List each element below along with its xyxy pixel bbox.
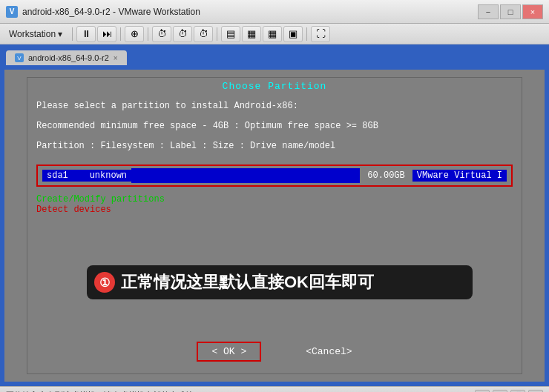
separator-5 — [306, 27, 307, 41]
restore-button[interactable]: □ — [500, 4, 521, 19]
partition-row[interactable]: sda1 unknown 60.00GB VMware Virtual I — [36, 165, 513, 187]
fullscreen-btn[interactable]: ⛶ — [311, 26, 330, 42]
separator-1 — [72, 27, 73, 41]
separator-4 — [217, 27, 217, 41]
detect-devices-link[interactable]: Detect devices — [36, 205, 513, 215]
ok-button[interactable]: < OK > — [211, 346, 246, 357]
separator-2 — [120, 27, 121, 41]
cancel-button[interactable]: <Cancel> — [306, 346, 352, 357]
vm-tab-icon: V — [15, 53, 24, 62]
ok-button-wrapper[interactable]: < OK > — [197, 342, 261, 362]
status-bar: 要将输入定向到该虚拟机，请在虚拟机内部单击或按 Ctrl+G。 ⌨ 🖧 🔊 ⚙ — [0, 386, 549, 392]
annotation-tooltip: ① 正常情况这里默认直接OK回车即可 — [87, 265, 473, 299]
app-icon: V — [6, 6, 18, 18]
view4-btn[interactable]: ▣ — [283, 26, 303, 42]
view1-btn[interactable]: ▤ — [221, 26, 240, 42]
window-title: android-x86_64-9.0-r2 - VMware Workstati… — [22, 7, 478, 17]
view3-btn[interactable]: ▦ — [263, 26, 282, 42]
partition-spacer — [131, 168, 360, 183]
create-partitions-link[interactable]: Create/Modify partitions — [36, 194, 513, 205]
annotation-text: 正常情况这里默认直接OK回车即可 — [121, 271, 374, 293]
step-btn[interactable]: ⏭ — [97, 26, 116, 42]
status-icon-1: ⌨ — [475, 390, 490, 393]
status-icon-3: 🔊 — [510, 390, 525, 393]
action-links: Create/Modify partitions Detect devices — [27, 191, 522, 218]
title-bar: V android-x86_64-9.0-r2 - VMware Worksta… — [0, 0, 549, 24]
dialog-body: Please select a partition to install And… — [27, 95, 522, 160]
vm-content-area: Choose Partition Please select a partiti… — [0, 65, 549, 386]
dialog-title: Choose Partition — [27, 78, 522, 95]
status-icon-2: 🖧 — [493, 390, 507, 393]
snapshot-btn[interactable]: ⊕ — [125, 26, 144, 42]
close-button[interactable]: × — [522, 4, 543, 19]
partition-dialog: Choose Partition Please select a partiti… — [27, 77, 522, 374]
partition-drive: VMware Virtual I — [412, 170, 507, 182]
annotation-number: ① — [94, 272, 115, 293]
vm-screen[interactable]: Choose Partition Please select a partiti… — [4, 70, 545, 382]
dialog-table-header: Partition : Filesystem : Label : Size : … — [36, 139, 513, 153]
tab-bar: V android-x86_64-9.0-r2 × — [0, 44, 549, 65]
status-icons: ⌨ 🖧 🔊 ⚙ — [475, 390, 543, 393]
dialog-buttons: < OK > <Cancel> — [27, 342, 522, 362]
menu-bar: Workstation ▾ ⏸ ⏭ ⊕ ⏱ ⏱ ⏱ ▤ ▦ ▦ ▣ ⛶ — [0, 24, 549, 44]
clock1-btn[interactable]: ⏱ — [152, 26, 171, 42]
partition-size: 60.00GB — [360, 170, 412, 181]
clock2-btn[interactable]: ⏱ — [173, 26, 192, 42]
dialog-line1: Please select a partition to install And… — [36, 99, 513, 113]
window-controls: − □ × — [478, 4, 543, 19]
view2-btn[interactable]: ▦ — [242, 26, 261, 42]
tab-label: android-x86_64-9.0-r2 — [28, 53, 109, 62]
workstation-menu[interactable]: Workstation ▾ — [3, 27, 68, 41]
tab-close-button[interactable]: × — [114, 54, 118, 62]
minimize-button[interactable]: − — [478, 4, 499, 19]
partition-name: sda1 unknown — [42, 170, 131, 182]
status-icon-4: ⚙ — [528, 390, 543, 393]
vm-tab[interactable]: V android-x86_64-9.0-r2 × — [6, 50, 127, 65]
separator-3 — [148, 27, 148, 41]
dialog-line2: Recommended minimum free space - 4GB : O… — [36, 119, 513, 133]
pause-btn[interactable]: ⏸ — [76, 26, 96, 42]
clock3-btn[interactable]: ⏱ — [194, 26, 213, 42]
